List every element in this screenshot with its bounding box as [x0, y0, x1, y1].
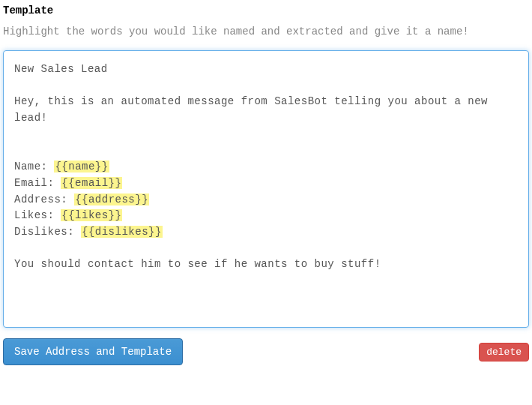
template-closing: You should contact him to see if he want…: [14, 258, 381, 270]
helper-text: Highlight the words you would like named…: [3, 24, 529, 40]
email-label: Email:: [14, 177, 61, 189]
save-button[interactable]: Save Address and Template: [3, 338, 183, 365]
template-greeting-line1: Hey, this is an automated message from S…: [14, 95, 488, 107]
likes-label: Likes:: [14, 209, 61, 221]
address-token[interactable]: {{address}}: [74, 194, 149, 206]
button-row: Save Address and Template delete: [3, 338, 529, 365]
likes-token[interactable]: {{likes}}: [61, 209, 122, 221]
section-heading: Template: [3, 4, 529, 16]
dislikes-label: Dislikes:: [14, 226, 81, 238]
name-token[interactable]: {{name}}: [54, 160, 109, 172]
template-editor[interactable]: New Sales Lead Hey, this is an automated…: [3, 50, 529, 328]
template-subject: New Sales Lead: [14, 63, 108, 75]
template-greeting-line2: lead!: [14, 112, 48, 124]
email-token[interactable]: {{email}}: [61, 177, 122, 189]
name-label: Name:: [14, 160, 54, 172]
address-label: Address:: [14, 194, 74, 206]
dislikes-token[interactable]: {{dislikes}}: [81, 226, 163, 238]
delete-button[interactable]: delete: [479, 343, 529, 362]
